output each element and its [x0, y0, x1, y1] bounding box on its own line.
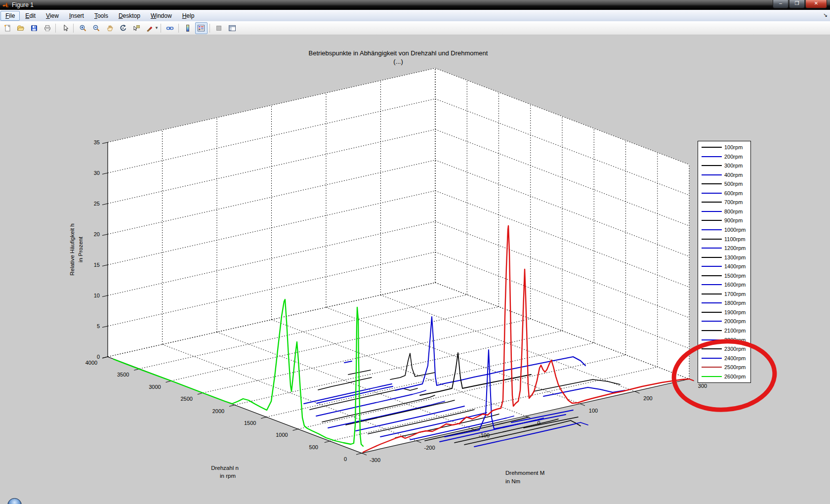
legend-entry: 1400rpm	[698, 262, 750, 271]
legend-entry: 1700rpm	[698, 290, 750, 298]
svg-text:1500: 1500	[244, 420, 256, 426]
legend-line-sample	[702, 183, 722, 184]
menu-item-tools[interactable]: Tools	[89, 11, 113, 21]
zoom-out-icon[interactable]	[90, 22, 102, 34]
dock-arrow-icon[interactable]: ↘	[823, 12, 828, 18]
svg-text:-300: -300	[370, 457, 380, 463]
legend-line-sample	[702, 348, 722, 349]
svg-text:in Nm: in Nm	[505, 478, 520, 484]
svg-text:100: 100	[589, 408, 598, 414]
link-plots-icon[interactable]	[164, 22, 176, 34]
legend-line-sample	[702, 193, 722, 194]
menu-item-desktop[interactable]: Desktop	[114, 11, 145, 21]
legend-entry: 1500rpm	[698, 271, 750, 280]
minimize-button[interactable]: –	[773, 0, 788, 8]
insert-colorbar-icon[interactable]	[182, 22, 194, 34]
menu-item-edit[interactable]: Edit	[20, 11, 41, 21]
legend-line-sample	[702, 284, 722, 285]
svg-text:0: 0	[344, 456, 347, 462]
legend-entry: 300rpm	[698, 162, 750, 170]
legend-line-sample	[702, 275, 722, 276]
toolbar-separator	[209, 24, 210, 33]
legend-line-sample	[702, 147, 722, 148]
legend-entry: 2600rpm	[698, 372, 750, 380]
svg-text:10: 10	[94, 293, 100, 298]
legend-label: 2400rpm	[724, 355, 746, 361]
legend-line-sample	[702, 339, 722, 340]
legend-entry: 2300rpm	[698, 345, 750, 353]
legend-entry: 900rpm	[698, 216, 750, 225]
toolbar-separator	[73, 24, 74, 33]
legend-line-sample	[702, 367, 722, 368]
svg-text:25: 25	[94, 201, 100, 207]
svg-text:3000: 3000	[149, 384, 161, 390]
legend-label: 1500rpm	[724, 273, 746, 279]
svg-text:in rpm: in rpm	[220, 473, 236, 479]
legend-line-sample	[702, 248, 722, 249]
save-icon[interactable]	[28, 22, 40, 34]
close-button[interactable]: ✕	[805, 0, 827, 8]
new-document-icon[interactable]	[1, 22, 13, 34]
matlab-icon	[2, 1, 9, 8]
menu-item-window[interactable]: Window	[146, 11, 177, 21]
legend-entry: 1000rpm	[698, 225, 750, 234]
legend-line-sample	[702, 321, 722, 322]
svg-text:15: 15	[94, 262, 100, 268]
legend-box[interactable]: 100rpm200rpm300rpm400rpm500rpm600rpm700r…	[698, 141, 751, 383]
legend-line-sample	[702, 202, 722, 203]
legend-line-sample	[702, 156, 722, 157]
legend-line-sample	[702, 330, 722, 331]
svg-text:35: 35	[94, 139, 100, 145]
legend-entry: 2000rpm	[698, 317, 750, 326]
plot-title-line2: (...)	[393, 58, 403, 65]
menu-item-file[interactable]: File	[0, 11, 20, 21]
legend-label: 1200rpm	[724, 245, 746, 251]
brush-icon[interactable]	[143, 22, 156, 34]
svg-text:30: 30	[94, 170, 100, 176]
svg-text:300: 300	[698, 383, 707, 389]
print-icon[interactable]	[41, 22, 53, 34]
legend-entry: 700rpm	[698, 198, 750, 207]
legend-line-sample	[702, 220, 722, 221]
data-cursor-icon[interactable]	[130, 22, 142, 34]
legend-line-sample	[702, 165, 722, 166]
menu-item-insert[interactable]: Insert	[64, 11, 89, 21]
menu-item-help[interactable]: Help	[177, 11, 200, 21]
legend-entry: 1100rpm	[698, 235, 750, 243]
open-folder-icon[interactable]	[14, 22, 27, 34]
disabled-square-icon[interactable]	[213, 22, 225, 34]
legend-entry: 1900rpm	[698, 308, 750, 316]
svg-text:in Prozent: in Prozent	[78, 236, 83, 262]
menu-item-view[interactable]: View	[41, 11, 64, 21]
insert-legend-icon[interactable]	[195, 22, 208, 34]
legend-label: 2600rpm	[724, 374, 746, 379]
legend-label: 2000rpm	[724, 318, 746, 324]
rotate-3d-icon[interactable]	[117, 22, 129, 34]
xlabel: Drehzahl n	[211, 465, 239, 471]
legend-line-sample	[702, 266, 722, 267]
pointer-icon[interactable]	[59, 22, 71, 34]
title-bar[interactable]: Figure 1 – ❐ ✕	[0, 0, 830, 10]
plot-title: Betriebspunkte in Abhängigkeit von Drehz…	[309, 49, 488, 57]
legend-label: 1300rpm	[724, 254, 746, 260]
legend-label: 1100rpm	[724, 236, 746, 242]
zlabel: Relative Häufigkeit h	[69, 223, 75, 275]
pan-hand-icon[interactable]	[103, 22, 116, 34]
brush-dropdown-caret[interactable]: ▼	[155, 26, 159, 30]
svg-text:200: 200	[643, 395, 652, 401]
svg-text:0: 0	[97, 354, 100, 360]
zoom-in-icon[interactable]	[77, 22, 89, 34]
legend-line-sample	[702, 229, 722, 230]
legend-label: 2100rpm	[724, 328, 746, 334]
legend-line-sample	[702, 257, 722, 258]
legend-line-sample	[702, 376, 722, 377]
legend-label: 2500rpm	[724, 364, 746, 370]
legend-label: 500rpm	[724, 181, 743, 187]
svg-text:5: 5	[97, 323, 100, 329]
plot-tools-icon[interactable]	[226, 22, 239, 34]
toolbar-separator	[161, 24, 161, 33]
legend-entry: 2500rpm	[698, 363, 750, 372]
ylabel: Drehmoment M	[505, 470, 544, 476]
restore-button[interactable]: ❐	[789, 0, 805, 8]
svg-text:1000: 1000	[276, 432, 288, 438]
